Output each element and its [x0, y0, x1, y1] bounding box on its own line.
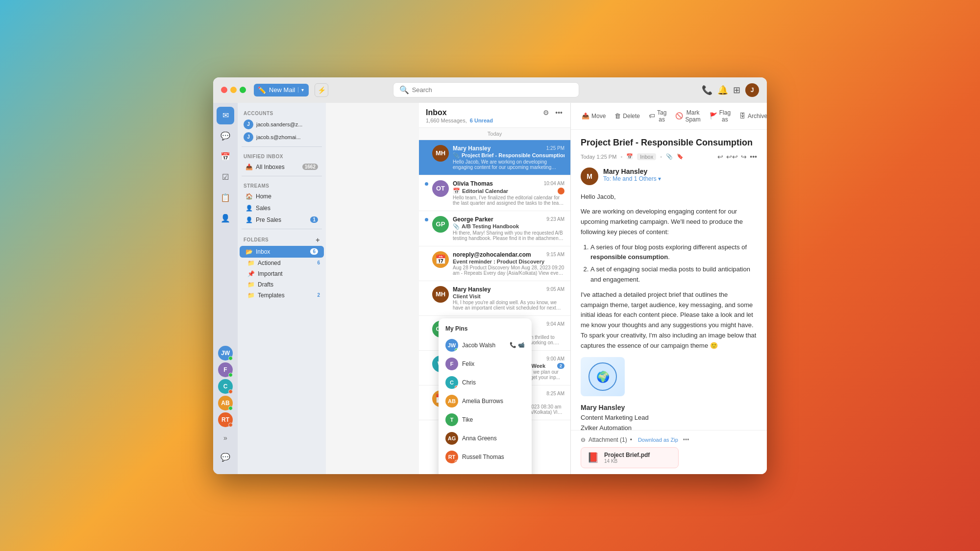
- close-button[interactable]: [221, 87, 227, 93]
- search-input[interactable]: [412, 86, 573, 94]
- pin-item-jacob[interactable]: JW Jacob Walsh 📞 📹: [439, 336, 532, 355]
- contact-avatar-felix[interactable]: F: [218, 362, 233, 377]
- sidebar-item-calendar[interactable]: 📅: [217, 148, 234, 166]
- contact-avatar-chris[interactable]: C: [218, 379, 233, 394]
- templates-icon: 📁: [247, 292, 255, 299]
- pin-status-russell: [455, 460, 458, 463]
- message-item-5[interactable]: MH Mary Hansley 9:05 AM Client Visit Hi,…: [419, 281, 570, 316]
- sidebar-item-chat[interactable]: 💬: [217, 127, 234, 145]
- spam-icon: 🚫: [675, 112, 683, 120]
- msg-time-3: 9:23 AM: [546, 216, 564, 222]
- pin-item-amelia[interactable]: AB Amelia Burrows: [439, 392, 532, 410]
- sales-icon: 👤: [245, 205, 253, 212]
- body-paragraph: I've attached a detailed project brief t…: [581, 290, 757, 351]
- sidebar-item-chat-bottom[interactable]: 💬: [217, 449, 234, 466]
- pin-item-russell[interactable]: RT Russell Thomas: [439, 448, 532, 466]
- layout-icon[interactable]: ⊞: [733, 85, 740, 96]
- message-item-3[interactable]: GP George Parker 9:23 AM 📎 A/B Testing H…: [419, 211, 570, 246]
- sidebar-item-tasks[interactable]: ☑: [217, 168, 234, 186]
- pins-popup: My Pins JW Jacob Walsh 📞 📹 F Felix C Chr…: [439, 318, 532, 474]
- nav-folder-drafts[interactable]: 📁 Drafts: [238, 279, 326, 290]
- nav-stream-presales[interactable]: 👤 Pre Sales 1: [240, 214, 324, 226]
- pin-name-felix: Felix: [462, 360, 474, 367]
- attachment-toggle[interactable]: ⊖: [581, 436, 586, 443]
- archive-button[interactable]: 🗄 Archive: [735, 110, 767, 122]
- sidebar-item-contacts[interactable]: 👤: [217, 210, 234, 227]
- main-content: ✉ 💬 📅 ☑ 📋 👤 JW F C AB RT: [213, 103, 767, 474]
- contact-avatar-amelia[interactable]: AB: [218, 396, 233, 410]
- attachment-label: Attachment (1): [588, 436, 627, 443]
- download-link[interactable]: Download as Zip: [638, 437, 678, 443]
- more-reply-icon[interactable]: •••: [750, 153, 757, 161]
- sender-to[interactable]: To: Me and 1 Others ▾: [603, 175, 661, 182]
- tag-as-button[interactable]: 🏷 Tag as: [645, 107, 670, 125]
- inbox-icon: 📥: [245, 164, 253, 170]
- nav-folder-templates[interactable]: 📁 Templates 2: [238, 290, 326, 301]
- maximize-button[interactable]: [240, 87, 246, 93]
- sidebar-item-mail[interactable]: ✉: [217, 107, 234, 124]
- msg-sender-3: George Parker: [453, 216, 493, 223]
- msg-content-2: Olivia Thomas 10:04 AM 📅 Editorial Calen…: [453, 180, 564, 206]
- delete-button[interactable]: 🗑 Delete: [611, 110, 644, 122]
- email-signature: Mary Hansley Content Marketing Lead Zylk…: [581, 402, 757, 430]
- nav-stream-sales[interactable]: 👤 Sales: [240, 202, 324, 214]
- reply-all-icon[interactable]: ↩↩: [726, 153, 738, 161]
- msg-sender-1: Mary Hansley: [453, 145, 490, 152]
- forward-icon[interactable]: ↪: [741, 153, 747, 161]
- delete-icon: 🗑: [614, 112, 621, 120]
- folder-drafts-label: Drafts: [258, 281, 273, 288]
- lightning-button[interactable]: ⚡: [315, 83, 328, 97]
- move-button[interactable]: 📤 Move: [578, 110, 610, 122]
- msg-avatar-2: OT: [432, 180, 449, 197]
- unread-dot-8: [425, 392, 428, 396]
- pin-name-russell: Russell Thomas: [462, 454, 504, 460]
- flag-as-button[interactable]: 🚩 Flag as: [706, 107, 735, 125]
- phone-icon[interactable]: 📞: [702, 85, 712, 96]
- pin-item-felix[interactable]: F Felix: [439, 355, 532, 373]
- unread-dot-5: [425, 288, 428, 291]
- status-dot-russell: [228, 423, 233, 427]
- sidebar-item-notes[interactable]: 📋: [217, 189, 234, 207]
- email-paperclip-icon: 📎: [666, 153, 673, 160]
- email-datetime: Today 1:25 PM: [581, 154, 616, 160]
- message-item-2[interactable]: OT Olivia Thomas 10:04 AM 📅 Editorial Ca…: [419, 175, 570, 211]
- signature-title: Content Marketing Lead: [581, 414, 649, 421]
- nav-folder-inbox[interactable]: 📂 Inbox 6: [240, 246, 324, 258]
- message-item-1[interactable]: MH Mary Hansley 1:25 PM 📎 Project Brief …: [419, 140, 570, 175]
- signature-company: Zylker Automation: [581, 424, 632, 430]
- contact-avatar-russell[interactable]: RT: [218, 412, 233, 427]
- folder-inbox-label: Inbox: [256, 248, 270, 255]
- status-dot-felix: [228, 373, 233, 377]
- expand-sidebar-button[interactable]: »: [217, 429, 234, 447]
- contact-avatar-jacob[interactable]: JW: [218, 346, 233, 360]
- attachment-more-button[interactable]: •••: [683, 436, 689, 443]
- nav-folder-actioned[interactable]: 📁 Actioned 6: [238, 258, 326, 268]
- drafts-icon: 📁: [247, 281, 255, 288]
- mark-spam-button[interactable]: 🚫 Mark Spam: [671, 107, 704, 125]
- inbox-title: Inbox: [426, 108, 447, 117]
- email-content-area: Project Brief - Responsible Consumption …: [571, 130, 767, 430]
- pin-item-chris[interactable]: C Chris: [439, 373, 532, 392]
- minimize-button[interactable]: [230, 87, 237, 93]
- msg-time-4: 9:15 AM: [546, 252, 564, 257]
- pin-avatar-amelia: AB: [445, 395, 458, 407]
- message-item-4[interactable]: 📅 noreply@zohocalendar.com 9:15 AM Event…: [419, 246, 570, 281]
- folder-actioned-badge: 6: [317, 260, 320, 265]
- user-avatar[interactable]: J: [745, 83, 759, 97]
- account-1[interactable]: J jacob.sanders@z...: [238, 118, 326, 131]
- account-2[interactable]: J jacob.s@zhomai...: [238, 131, 326, 144]
- nav-folder-important[interactable]: 📌 Important: [238, 268, 326, 279]
- pin-avatar-felix: F: [445, 358, 458, 370]
- filter-button[interactable]: ⚙: [542, 108, 550, 118]
- more-options-button[interactable]: •••: [554, 108, 564, 118]
- new-mail-button[interactable]: ✏️ New Mail ▾: [254, 84, 309, 96]
- nav-all-inboxes[interactable]: 📥 All Inboxes 1662: [240, 161, 324, 173]
- nav-stream-home[interactable]: 🏠 Home: [240, 191, 324, 202]
- add-folder-button[interactable]: +: [316, 236, 320, 244]
- signature-name: Mary Hansley: [581, 402, 757, 413]
- pin-item-anna[interactable]: AG Anna Greens: [439, 429, 532, 448]
- attachment-file[interactable]: 📕 Project Brief.pdf 14 KB: [581, 447, 679, 468]
- reply-icon[interactable]: ↩: [717, 153, 723, 161]
- pin-item-tike[interactable]: T Tike: [439, 410, 532, 429]
- bell-icon[interactable]: 🔔: [717, 85, 728, 96]
